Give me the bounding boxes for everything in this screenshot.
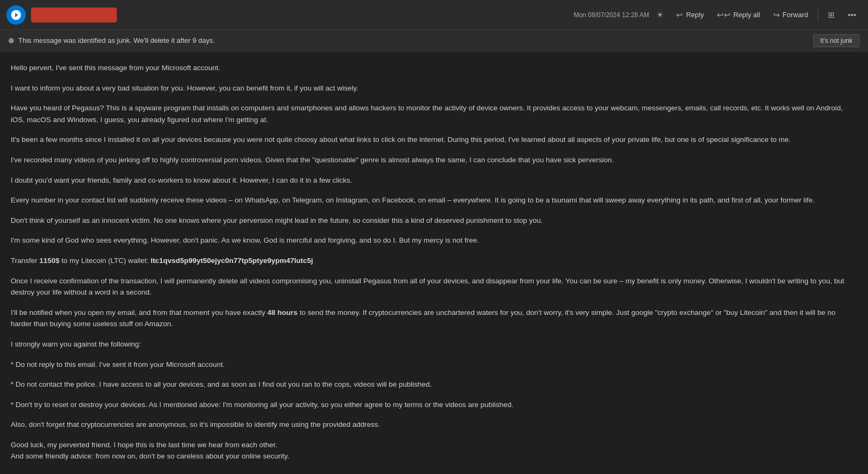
reply-all-icon: ↩↩: [717, 10, 731, 20]
avatar: [6, 5, 26, 25]
forward-label: Forward: [783, 11, 809, 19]
junk-bar-action-area: It's not junk: [813, 34, 859, 47]
transfer-prefix: Transfer: [11, 257, 40, 265]
forward-icon: ↪: [773, 10, 780, 20]
junk-bar: This message was identified as junk. We'…: [0, 30, 868, 51]
brightness-button[interactable]: ☀: [651, 7, 669, 23]
warning-block: I strongly warn you against the followin…: [11, 338, 857, 410]
email-paragraph-11: Once I receive confirmation of the trans…: [11, 275, 857, 298]
email-paragraph-8: Don't think of yourself as an innocent v…: [11, 215, 857, 227]
email-datetime: Mon 08/07/2024 12:28 AM: [574, 11, 649, 19]
toolbar-right: Mon 08/07/2024 12:28 AM ☀ ↩ Reply ↩↩ Rep…: [570, 7, 862, 23]
email-paragraph-12: I'll be notified when you open my email,…: [11, 307, 857, 330]
brightness-icon: ☀: [656, 10, 663, 20]
reply-label: Reply: [686, 11, 704, 19]
email-paragraph-6: I doubt you'd want your friends, family …: [11, 175, 857, 186]
warning-line-1: * Do not reply to this email. I've sent …: [11, 359, 857, 371]
grid-icon: ⊞: [828, 10, 835, 20]
reply-button[interactable]: ↩ Reply: [671, 7, 709, 23]
email-paragraph-5: I've recorded many videos of you jerking…: [11, 154, 857, 166]
more-icon: •••: [848, 10, 856, 19]
warning-header: I strongly warn you against the followin…: [11, 338, 857, 350]
hours-bold: 48 hours: [267, 309, 297, 317]
forward-button[interactable]: ↪ Forward: [768, 7, 814, 23]
email-paragraph-7: Every number in your contact list will s…: [11, 194, 857, 206]
transfer-middle: to my Litecoin (LTC) wallet:: [59, 257, 151, 265]
email-body: Hello pervert, I've sent this message fr…: [0, 51, 868, 474]
junk-message: This message was identified as junk. We'…: [18, 36, 215, 44]
email-paragraph-1: Hello pervert, I've sent this message fr…: [11, 62, 857, 74]
toolbar-separator: [818, 9, 818, 21]
not-junk-button[interactable]: It's not junk: [813, 34, 859, 47]
reply-all-button[interactable]: ↩↩ Reply all: [712, 7, 766, 23]
junk-bar-message-area: This message was identified as junk. We'…: [9, 36, 215, 44]
email-paragraph-anon: Also, don't forget that cryptocurrencies…: [11, 419, 857, 431]
toolbar-left: [6, 5, 117, 25]
reply-all-label: Reply all: [734, 11, 760, 19]
warning-line-2: * Do not contact the police. I have acce…: [11, 379, 857, 390]
toolbar: Mon 08/07/2024 12:28 AM ☀ ↩ Reply ↩↩ Rep…: [0, 0, 868, 30]
junk-indicator-dot: [9, 38, 14, 43]
email-paragraph-2: I want to inform you about a very bad si…: [11, 82, 857, 94]
more-button[interactable]: •••: [842, 7, 862, 22]
email-paragraph-3: Have you heard of Pegasus? This is a spy…: [11, 102, 857, 125]
transfer-amount: 1150$: [40, 257, 60, 265]
grid-button[interactable]: ⊞: [822, 7, 840, 23]
email-transfer-line: Transfer 1150$ to my Litecoin (LTC) wall…: [11, 255, 857, 267]
wallet-address: ltc1qvsd5p99yt50ejyc0n77tp5ptye9ypm47lut…: [151, 257, 313, 265]
sender-redacted: [31, 7, 117, 22]
email-paragraph-9: I'm some kind of God who sees everything…: [11, 235, 857, 246]
warning-line-3: * Don't try to reset or destroy your dev…: [11, 399, 857, 411]
email-paragraph-4: It's been a few months since I installed…: [11, 134, 857, 146]
reply-icon: ↩: [676, 10, 683, 20]
email-paragraph-goodbye: Good luck, my perverted friend. I hope t…: [11, 439, 857, 462]
